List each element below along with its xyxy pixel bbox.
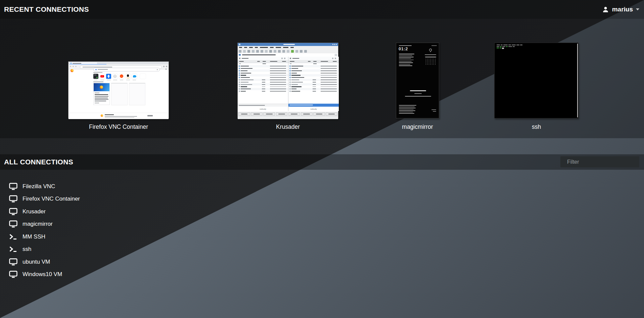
text-bar	[291, 84, 298, 85]
text-bar	[399, 112, 413, 112]
text-bar	[263, 61, 266, 62]
text-bar	[291, 50, 294, 53]
monitor-icon	[9, 220, 17, 228]
text-bar	[270, 73, 286, 73]
right-pane-totals: nobody	[288, 107, 339, 111]
recent-thumbnail-krusader[interactable]: nobody nobody	[237, 43, 338, 118]
text-bar	[274, 50, 276, 53]
text-bar	[265, 50, 268, 53]
recent-thumbnail-firefox-vnc-container[interactable]	[68, 61, 169, 118]
recent-thumbnail-magicmirror[interactable]: 01:2	[396, 43, 439, 118]
shortcut-tile-amazon	[126, 74, 131, 79]
text-bar	[262, 89, 265, 89]
text-bar	[262, 87, 265, 87]
text-bar	[289, 74, 291, 76]
text-bar	[247, 50, 250, 53]
text-bar	[291, 82, 303, 83]
text-bar	[321, 61, 328, 62]
krusader-toolbar	[238, 49, 338, 54]
krusader-right-pane	[288, 57, 339, 104]
connection-item-krusader[interactable]: Krusader	[0, 205, 103, 218]
shortcut-tile-facebook	[106, 74, 111, 79]
text-bar	[256, 50, 259, 53]
file-row	[238, 76, 288, 79]
recent-caption-krusader[interactable]: Krusader	[237, 123, 338, 131]
recent-thumbnail-ssh[interactable]	[494, 43, 579, 118]
text-bar	[321, 70, 337, 71]
shortcut-tile-terminal	[93, 74, 98, 79]
krusader-menu-bar	[238, 46, 338, 49]
connection-label: Windows10 VM	[22, 271, 62, 278]
text-bar	[282, 50, 285, 53]
user-menu[interactable]: marius	[602, 0, 639, 19]
firefox-logo	[71, 69, 74, 72]
text-bar	[313, 87, 316, 87]
text-bar	[295, 50, 298, 53]
text-bar	[241, 70, 247, 71]
text-bar	[321, 68, 337, 69]
text-bar	[239, 77, 240, 78]
shortcut-tile-twitter	[132, 74, 137, 79]
text-bar	[270, 84, 286, 85]
connection-item-ubuntu-vm[interactable]: ubuntu VM	[0, 256, 103, 268]
connection-label: Krusader	[22, 208, 46, 215]
text-bar	[313, 61, 317, 62]
text-bar	[291, 86, 302, 87]
text-bar	[241, 73, 251, 73]
file-row	[288, 83, 339, 86]
file-row	[288, 67, 339, 70]
connection-item-ssh[interactable]: ssh	[0, 243, 103, 256]
connection-item-firefox-vnc-container[interactable]: Firefox VNC Container	[0, 193, 103, 206]
connection-item-mm-ssh[interactable]: MM SSH	[0, 230, 103, 243]
file-row	[238, 79, 288, 81]
shortcut-tile-empty	[140, 74, 146, 79]
pocket-card	[93, 83, 110, 105]
filter-input[interactable]	[566, 159, 637, 165]
krusader-status-bar	[238, 116, 338, 119]
recent-caption-magicmirror[interactable]: magicmirror	[396, 123, 439, 131]
text-bar	[290, 61, 294, 62]
text-bar	[289, 91, 291, 92]
text-bar	[239, 84, 240, 85]
krusader-title-bar	[238, 43, 338, 46]
file-row	[238, 72, 288, 74]
file-row	[288, 79, 339, 81]
text-bar	[313, 84, 316, 85]
connection-label: Firefox VNC Container	[22, 196, 80, 202]
monitor-icon	[9, 258, 17, 266]
text-bar	[289, 88, 291, 90]
terminal-scrollbar	[577, 44, 578, 117]
right-pane-status-selected	[288, 104, 339, 107]
file-row	[288, 81, 339, 83]
text-bar	[399, 54, 414, 54]
text-bar	[289, 84, 291, 85]
text-bar	[239, 68, 240, 69]
top-bar: RECENT CONNECTIONS marius	[0, 0, 644, 19]
text-bar	[270, 75, 286, 76]
text-bar	[291, 80, 299, 80]
text-bar	[289, 65, 291, 67]
file-row	[238, 88, 288, 90]
text-bar	[291, 68, 298, 69]
file-row	[288, 74, 339, 76]
text-bar	[321, 80, 337, 80]
text-bar	[270, 89, 286, 89]
connection-item-magicmirror[interactable]: magicmirror	[0, 218, 103, 231]
connection-item-filezilla-vnc[interactable]: Filezilla VNC	[0, 180, 103, 193]
recent-caption-ssh[interactable]: ssh	[494, 123, 579, 131]
text-bar	[241, 66, 249, 66]
text-bar	[270, 70, 286, 71]
file-row	[288, 90, 339, 93]
file-row	[288, 69, 339, 72]
all-connections-bar: ALL CONNECTIONS	[0, 154, 644, 170]
text-bar	[287, 50, 289, 53]
text-bar	[321, 87, 337, 87]
recent-caption-firefox-vnc-container[interactable]: Firefox VNC Container	[68, 123, 169, 131]
browser-tab-bar	[68, 62, 169, 64]
text-bar	[399, 62, 413, 63]
text-bar	[262, 91, 265, 92]
text-bar	[282, 61, 286, 62]
text-bar	[243, 50, 246, 53]
connection-item-windows10-vm[interactable]: Windows10 VM	[0, 268, 103, 281]
text-bar	[321, 89, 337, 89]
